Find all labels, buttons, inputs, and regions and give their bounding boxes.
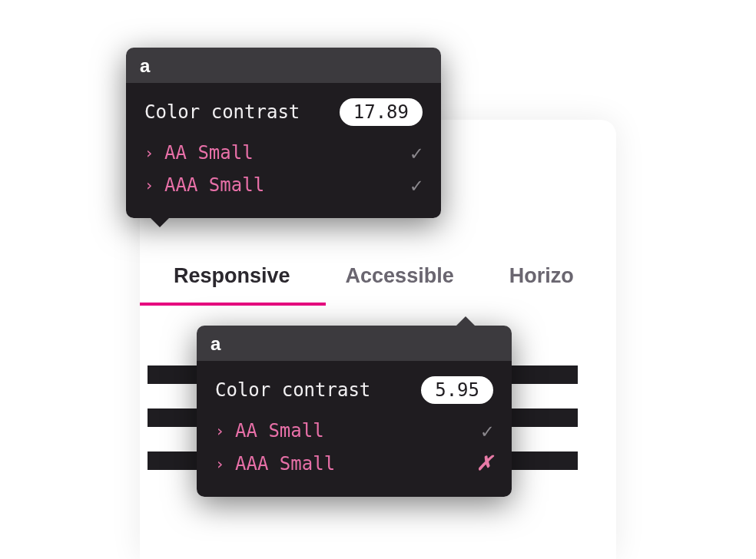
chevron-icon: › <box>215 422 224 440</box>
check-label: AAA Small <box>164 174 264 196</box>
chevron-icon: › <box>144 176 154 194</box>
tab-horizontal[interactable]: Horizo <box>509 264 574 305</box>
check-row-aaa: › AAA Small ✗ <box>215 447 493 480</box>
check-label: AA Small <box>164 142 254 164</box>
check-row-aaa: › AAA Small ✓ <box>144 169 423 201</box>
check-row-aa: › AA Small ✓ <box>215 415 493 447</box>
tooltip-header: a <box>197 326 512 361</box>
tab-responsive[interactable]: Responsive <box>174 264 290 305</box>
contrast-value: 17.89 <box>340 98 423 126</box>
check-pass-icon: ✓ <box>410 141 423 164</box>
tooltip-sample-letter: a <box>211 333 220 354</box>
check-pass-icon: ✓ <box>410 174 423 197</box>
contrast-tooltip-top: a Color contrast 17.89 › AA Small ✓ › AA… <box>126 48 441 218</box>
check-pass-icon: ✓ <box>481 419 493 442</box>
contrast-value: 5.95 <box>421 376 493 404</box>
contrast-title: Color contrast <box>215 379 370 401</box>
check-label: AAA Small <box>235 453 335 475</box>
contrast-title: Color contrast <box>144 101 300 123</box>
tooltip-caret-icon <box>456 316 475 326</box>
check-label: AA Small <box>235 420 324 442</box>
contrast-tooltip-bottom: a Color contrast 5.95 › AA Small ✓ › AAA… <box>197 326 512 497</box>
chevron-icon: › <box>144 144 154 162</box>
tab-accessible[interactable]: Accessible <box>346 264 454 305</box>
chevron-icon: › <box>215 455 224 473</box>
tooltip-header: a <box>126 48 441 83</box>
check-row-aa: › AA Small ✓ <box>144 137 423 169</box>
tooltip-sample-letter: a <box>140 55 150 76</box>
tooltip-body: Color contrast 17.89 › AA Small ✓ › AAA … <box>126 83 441 218</box>
tab-bar: Responsive Accessible Horizo <box>140 264 616 305</box>
tab-underline <box>140 303 326 306</box>
check-fail-icon: ✗ <box>476 452 493 475</box>
tooltip-caret-icon <box>151 218 169 227</box>
tooltip-body: Color contrast 5.95 › AA Small ✓ › AAA S… <box>197 361 512 497</box>
